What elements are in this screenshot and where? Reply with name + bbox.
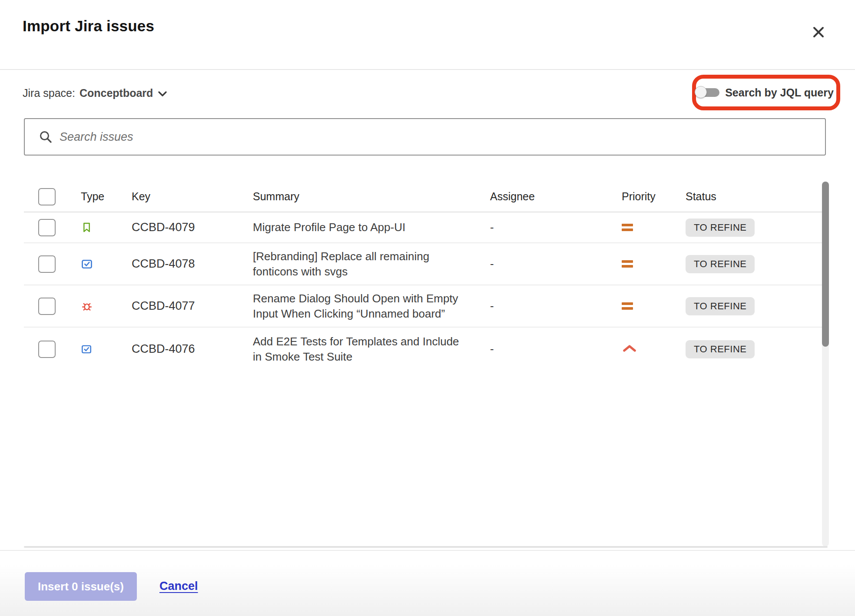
cancel-link[interactable]: Cancel	[159, 580, 198, 593]
search-box	[24, 118, 826, 156]
column-header-summary: Summary	[229, 190, 466, 203]
jira-space-value: Conceptboard	[80, 87, 153, 99]
search-icon	[39, 130, 53, 144]
story-icon	[57, 222, 108, 233]
issue-assignee: -	[466, 221, 598, 234]
issue-key: CCBD-4078	[108, 257, 229, 271]
jql-toggle-label: Search by JQL query	[725, 86, 834, 99]
row-checkbox[interactable]	[38, 255, 56, 273]
issue-summary: Migrate Profile Page to App-UI	[229, 220, 466, 235]
table-row[interactable]: CCBD-4079 Migrate Profile Page to App-UI…	[24, 212, 822, 243]
import-jira-issues-dialog: Import Jira issues Jira space: Conceptbo…	[0, 0, 855, 616]
jql-toggle-knob	[695, 86, 707, 98]
issues-table: Type Key Summary Assignee Priority Statu…	[24, 182, 822, 371]
status-badge: TO REFINE	[686, 219, 755, 237]
issue-summary: [Rebranding] Replace all remaining fonti…	[229, 249, 466, 279]
column-header-priority: Priority	[598, 190, 662, 203]
insert-issues-button[interactable]: Insert 0 issue(s)	[25, 572, 137, 601]
priority-medium-icon	[598, 302, 662, 310]
issue-key: CCBD-4077	[108, 299, 229, 313]
row-checkbox[interactable]	[38, 219, 56, 236]
table-bottom-divider	[24, 546, 828, 548]
issue-assignee: -	[466, 342, 598, 356]
select-all-checkbox[interactable]	[38, 188, 56, 205]
jira-space-selector[interactable]: Jira space: Conceptboard	[23, 87, 168, 99]
priority-medium-icon	[598, 260, 662, 268]
issue-summary: Rename Dialog Should Open with Empty Inp…	[229, 291, 466, 321]
table-header-row: Type Key Summary Assignee Priority Statu…	[24, 182, 822, 212]
jira-space-label: Jira space:	[23, 87, 75, 99]
priority-high-icon	[598, 344, 662, 354]
search-input[interactable]	[53, 119, 825, 155]
column-header-type: Type	[57, 190, 108, 203]
annotation-highlight: Search by JQL query	[692, 75, 840, 110]
row-checkbox[interactable]	[38, 341, 56, 358]
table-row[interactable]: CCBD-4077 Rename Dialog Should Open with…	[24, 285, 822, 328]
close-icon	[811, 25, 826, 40]
issue-summary: Add E2E Tests for Templates and Include …	[229, 334, 466, 364]
chevron-down-icon	[157, 90, 168, 98]
issue-assignee: -	[466, 257, 598, 271]
bug-icon	[57, 300, 108, 312]
jql-toggle[interactable]	[696, 88, 719, 97]
dialog-footer: Insert 0 issue(s) Cancel	[0, 551, 855, 616]
task-icon	[57, 258, 108, 270]
status-badge: TO REFINE	[686, 255, 755, 273]
page-title: Import Jira issues	[23, 17, 154, 35]
table-row[interactable]: CCBD-4078 [Rebranding] Replace all remai…	[24, 243, 822, 285]
issue-key: CCBD-4079	[108, 221, 229, 234]
header-divider	[0, 69, 855, 70]
table-row[interactable]: CCBD-4076 Add E2E Tests for Templates an…	[24, 328, 822, 371]
status-badge: TO REFINE	[686, 297, 755, 315]
vertical-scrollbar-track[interactable]	[822, 182, 829, 546]
priority-medium-icon	[598, 224, 662, 231]
row-checkbox[interactable]	[38, 298, 56, 315]
issue-key: CCBD-4076	[108, 342, 229, 356]
task-icon	[57, 344, 108, 355]
status-badge: TO REFINE	[686, 340, 755, 358]
close-button[interactable]	[809, 23, 828, 42]
issue-assignee: -	[466, 299, 598, 313]
column-header-assignee: Assignee	[466, 190, 598, 203]
column-header-status: Status	[662, 190, 822, 203]
column-header-key: Key	[108, 190, 229, 203]
vertical-scrollbar-thumb[interactable]	[822, 182, 829, 347]
